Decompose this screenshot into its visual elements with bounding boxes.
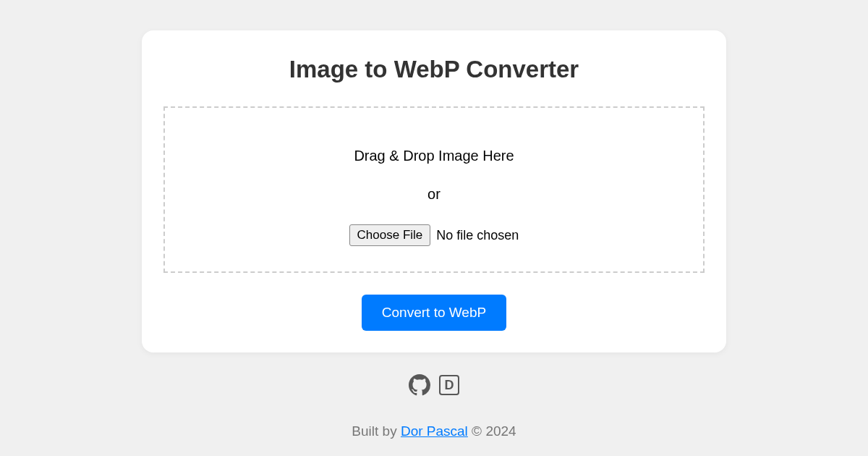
built-by-prefix: Built by: [352, 423, 401, 439]
github-icon[interactable]: [409, 374, 430, 396]
file-input-wrapper: Choose File No file chosen: [349, 224, 519, 246]
choose-file-button[interactable]: Choose File: [349, 224, 431, 246]
page-title: Image to WebP Converter: [289, 56, 579, 83]
author-link[interactable]: Dor Pascal: [401, 423, 468, 439]
footer-icons: D: [409, 374, 459, 396]
dropzone[interactable]: Drag & Drop Image Here or Choose File No…: [163, 106, 705, 273]
copyright-text: © 2024: [468, 423, 516, 439]
site-icon[interactable]: D: [439, 375, 459, 395]
convert-button[interactable]: Convert to WebP: [362, 295, 506, 331]
drop-instruction-text: Drag & Drop Image Here: [354, 148, 514, 164]
or-separator-text: or: [427, 186, 441, 203]
converter-card: Image to WebP Converter Drag & Drop Imag…: [142, 30, 726, 352]
file-status-text: No file chosen: [436, 228, 519, 243]
footer-text: Built by Dor Pascal © 2024: [352, 423, 516, 439]
